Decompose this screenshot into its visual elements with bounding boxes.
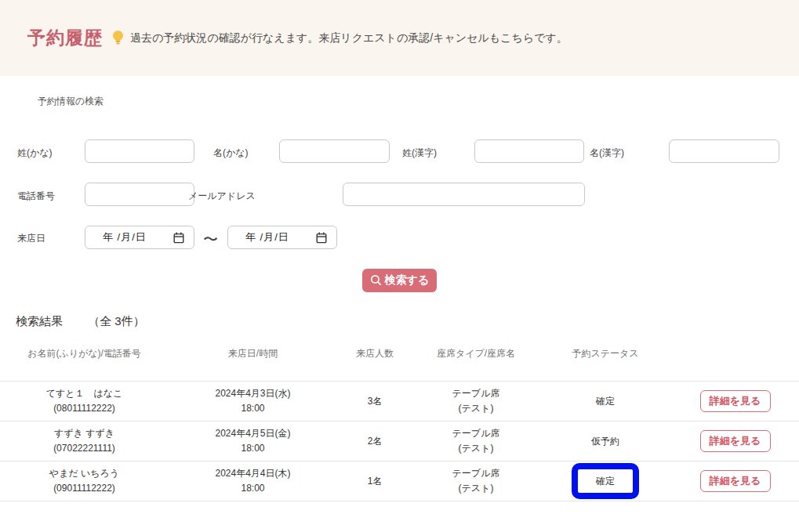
guest-phone: (09011112222) — [0, 481, 169, 496]
calendar-icon[interactable] — [316, 232, 327, 244]
party-size: 2名 — [337, 434, 412, 449]
date-range-separator: 〜 — [203, 230, 218, 250]
column-party-size: 来店人数 — [337, 347, 412, 360]
date-placeholder: 年 /月/日 — [245, 230, 289, 244]
visit-date-label: 来店日 — [17, 232, 45, 245]
table-row: てすと１ はなこ (08011112222) 2024年4月3日(水) 18:0… — [0, 382, 799, 422]
email-input[interactable] — [343, 183, 585, 206]
visit-time: 18:00 — [169, 441, 337, 456]
page-header: 予約履歴 過去の予約状況の確認が行なえます。来店リクエストの承認/キャンセルもこ… — [0, 0, 799, 76]
column-seat: 座席タイプ/座席名 — [412, 347, 539, 360]
last-name-kanji-label: 姓(漢字) — [402, 147, 437, 160]
phone-input[interactable] — [85, 183, 194, 206]
table-row: すずき すずき (07022221111) 2024年4月5日(金) 18:00… — [0, 422, 799, 461]
first-name-kanji-input[interactable] — [669, 139, 779, 163]
search-button-label: 検索する — [385, 273, 430, 288]
last-name-kana-input[interactable] — [85, 139, 194, 163]
results-title-text: 検索結果 — [16, 314, 63, 328]
results-count: （全 3件） — [88, 314, 145, 328]
column-visit-datetime: 来店日/時間 — [169, 347, 337, 360]
first-name-kana-label: 名(かな) — [213, 147, 249, 160]
reservation-status: 確定 — [596, 474, 615, 489]
detail-button[interactable]: 詳細を見る — [700, 430, 771, 452]
seat-name: (テスト) — [412, 481, 539, 496]
seat-type: テーブル席 — [412, 466, 539, 481]
last-name-kana-label: 姓(かな) — [17, 147, 53, 160]
date-placeholder: 年 /月/日 — [103, 230, 147, 244]
visit-date: 2024年4月3日(水) — [169, 386, 337, 401]
column-name-phone: お名前(ふりがな)/電話番号 — [0, 347, 169, 360]
seat-type: テーブル席 — [412, 386, 539, 401]
reservation-history-page: 予約履歴 過去の予約状況の確認が行なえます。来店リクエストの承認/キャンセルもこ… — [0, 0, 799, 532]
column-status: 予約ステータス — [539, 347, 671, 360]
search-button[interactable]: 検索する — [362, 269, 437, 292]
table-row: やまだ いちろう (09011112222) 2024年4月4日(木) 18:0… — [0, 461, 799, 501]
seat-name: (テスト) — [412, 401, 539, 416]
page-title: 予約履歴 — [27, 26, 103, 50]
page-description: 過去の予約状況の確認が行なえます。来店リクエストの承認/キャンセルもこちらです。 — [130, 31, 568, 45]
last-name-kanji-input[interactable] — [474, 139, 584, 163]
results-table: てすと１ はなこ (08011112222) 2024年4月3日(水) 18:0… — [0, 381, 799, 501]
calendar-icon[interactable] — [173, 232, 184, 244]
seat-name: (テスト) — [412, 441, 539, 456]
guest-name: やまだ いちろう — [0, 466, 169, 481]
search-icon — [370, 274, 383, 287]
reservation-status: 確定 — [539, 394, 671, 409]
detail-button[interactable]: 詳細を見る — [700, 390, 771, 412]
visit-time: 18:00 — [169, 401, 337, 416]
lightbulb-icon — [112, 30, 124, 49]
email-label: メールアドレス — [188, 190, 256, 203]
first-name-kana-input[interactable] — [279, 139, 390, 163]
visit-date-from-input[interactable]: 年 /月/日 — [85, 226, 194, 249]
visit-time: 18:00 — [169, 481, 337, 496]
search-section-label: 予約情報の検索 — [38, 95, 104, 108]
guest-name: てすと１ はなこ — [0, 386, 169, 401]
visit-date: 2024年4月5日(金) — [169, 426, 337, 441]
detail-button[interactable]: 詳細を見る — [700, 470, 771, 492]
guest-name: すずき すずき — [0, 426, 169, 441]
party-size: 3名 — [337, 394, 412, 409]
visit-date: 2024年4月4日(木) — [169, 466, 337, 481]
guest-phone: (08011112222) — [0, 401, 169, 416]
phone-label: 電話番号 — [17, 190, 55, 203]
seat-type: テーブル席 — [412, 426, 539, 441]
first-name-kanji-label: 名(漢字) — [590, 147, 624, 160]
table-header: お名前(ふりがな)/電話番号 来店日/時間 来店人数 座席タイプ/座席名 予約ス… — [0, 347, 799, 360]
party-size: 1名 — [337, 474, 412, 489]
visit-date-to-input[interactable]: 年 /月/日 — [227, 226, 337, 249]
reservation-status: 仮予約 — [539, 434, 671, 449]
annotation-highlight: 確定 — [572, 463, 639, 499]
results-title: 検索結果 （全 3件） — [16, 314, 145, 329]
guest-phone: (07022221111) — [0, 441, 169, 456]
